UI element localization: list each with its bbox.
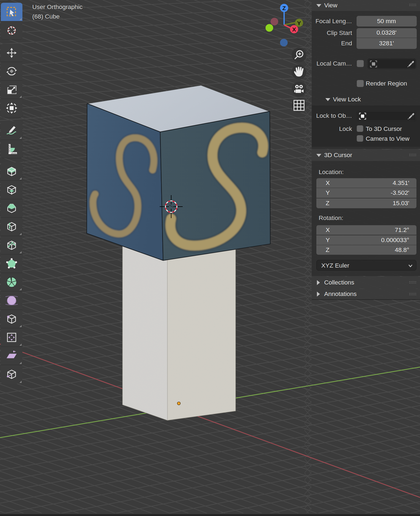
svg-text:Y: Y	[297, 20, 301, 26]
svg-text:Z: Z	[282, 5, 286, 11]
svg-text:X: X	[292, 26, 296, 33]
